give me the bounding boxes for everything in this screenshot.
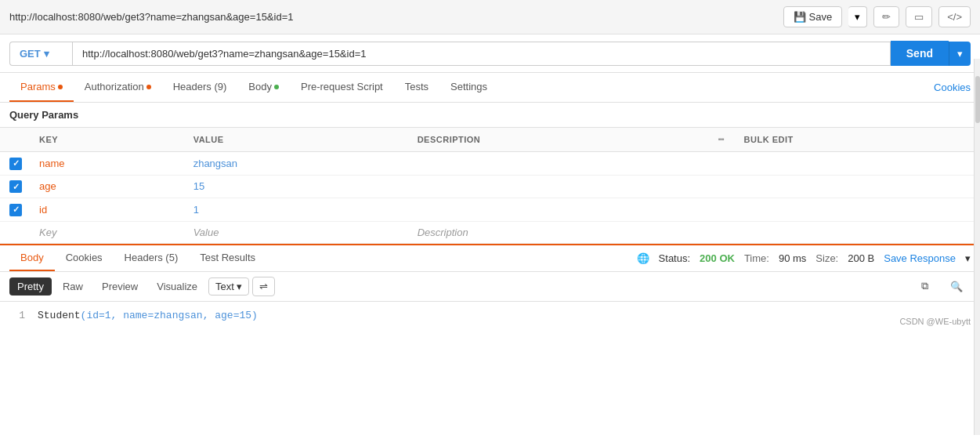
chevron-down-icon: ▾ xyxy=(855,11,860,23)
response-tabs: Body Cookies Headers (5) Test Results 🌐 … xyxy=(0,244,980,272)
search-button[interactable]: 🔍 xyxy=(942,277,971,296)
raw-button[interactable]: Raw xyxy=(55,277,91,296)
code-params-highlight: (id=1, name=zhangsan, age=15) xyxy=(81,310,258,321)
row-checkbox-0[interactable] xyxy=(0,152,31,176)
col-bulk-edit[interactable]: Bulk Edit xyxy=(736,128,980,152)
chat-icon: ▭ xyxy=(914,11,924,23)
tab-settings-label: Settings xyxy=(450,81,487,92)
row-value-2[interactable]: 1 xyxy=(186,198,410,222)
copy-icon: ⧉ xyxy=(921,280,928,292)
row-value-1[interactable]: 15 xyxy=(186,175,410,198)
code-area: 1 Student(id=1, name=zhangsan, age=15) xyxy=(0,302,980,329)
format-right-actions: ⧉ 🔍 xyxy=(913,277,971,296)
row-desc-1[interactable] xyxy=(410,175,705,198)
row-more-1[interactable] xyxy=(705,175,736,198)
wrap-icon: ⇌ xyxy=(259,281,268,292)
scrollbar[interactable] xyxy=(974,59,980,435)
checkbox-2[interactable] xyxy=(9,204,22,216)
size-label: Size: xyxy=(815,252,838,264)
tab-params-label: Params xyxy=(20,81,56,92)
row-bulkedit-1 xyxy=(736,175,980,198)
save-label: Save xyxy=(809,11,833,23)
empty-bulkedit xyxy=(736,221,980,243)
globe-icon: 🌐 xyxy=(637,252,649,264)
row-checkbox-2[interactable] xyxy=(0,198,31,222)
save-dropdown-button[interactable]: ▾ xyxy=(848,6,867,27)
row-key-0[interactable]: name xyxy=(31,152,186,176)
tab-auth-label: Authorization xyxy=(85,81,144,92)
row-key-1[interactable]: age xyxy=(31,175,186,198)
resp-tab-body[interactable]: Body xyxy=(9,245,55,271)
method-label: GET xyxy=(20,48,41,60)
col-checkbox xyxy=(0,128,31,152)
row-more-0[interactable] xyxy=(705,152,736,176)
tab-tests[interactable]: Tests xyxy=(394,73,439,102)
row-desc-0[interactable] xyxy=(410,152,705,176)
save-response-button[interactable]: Save Response xyxy=(884,252,956,264)
code-content: Student(id=1, name=zhangsan, age=15) xyxy=(38,310,258,321)
empty-checkbox xyxy=(0,221,31,243)
status-bar: 🌐 Status: 200 OK Time: 90 ms Size: 200 B… xyxy=(637,252,971,264)
url-input[interactable] xyxy=(72,42,891,66)
method-selector[interactable]: GET ▾ xyxy=(9,42,72,66)
format-bar: Pretty Raw Preview Visualize Text ▾ ⇌ ⧉ … xyxy=(0,272,980,302)
resp-tab-headers[interactable]: Headers (5) xyxy=(114,245,190,271)
text-format-label: Text xyxy=(215,281,234,292)
empty-more xyxy=(705,221,736,243)
edit-button[interactable]: ✏ xyxy=(873,6,899,27)
body-dot xyxy=(274,85,279,89)
wrap-button[interactable]: ⇌ xyxy=(252,277,275,296)
time-value: 90 ms xyxy=(779,252,806,264)
tab-settings[interactable]: Settings xyxy=(439,73,498,102)
checkbox-1[interactable] xyxy=(9,180,22,193)
preview-button[interactable]: Preview xyxy=(94,277,146,296)
tab-body[interactable]: Body xyxy=(237,73,290,102)
col-key: KEY xyxy=(31,128,186,152)
cookies-link[interactable]: Cookies xyxy=(934,82,971,93)
save-disk-icon: 💾 xyxy=(794,11,806,23)
pencil-icon: ✏ xyxy=(882,11,891,23)
tab-params[interactable]: Params xyxy=(9,73,74,102)
line-number: 1 xyxy=(9,310,25,321)
status-value: 200 OK xyxy=(700,252,735,264)
code-button[interactable]: </> xyxy=(938,6,971,27)
empty-value[interactable]: Value xyxy=(186,221,410,243)
send-button[interactable]: Send xyxy=(891,41,949,66)
table-row: name zhangsan xyxy=(0,152,980,176)
copy-button[interactable]: ⧉ xyxy=(913,277,936,296)
row-desc-2[interactable] xyxy=(410,198,705,222)
top-bar-url: http://localhost:8080/web/get3?name=zhan… xyxy=(9,11,293,23)
row-value-0[interactable]: zhangsan xyxy=(186,152,410,176)
resp-tab-test-results[interactable]: Test Results xyxy=(189,245,266,271)
search-icon: 🔍 xyxy=(950,281,963,292)
params-dot xyxy=(58,85,63,89)
col-value: VALUE xyxy=(186,128,410,152)
table-row: age 15 xyxy=(0,175,980,198)
scrollbar-thumb[interactable] xyxy=(975,76,980,123)
request-bar: GET ▾ Send ▾ xyxy=(0,34,980,73)
query-params-title: Query Params xyxy=(0,103,980,128)
chat-button[interactable]: ▭ xyxy=(906,6,932,27)
auth-dot xyxy=(146,85,151,89)
text-format-selector[interactable]: Text ▾ xyxy=(208,277,249,296)
empty-row: Key Value Description xyxy=(0,221,980,243)
more-options-icon[interactable]: ··· xyxy=(718,132,723,146)
row-key-2[interactable]: id xyxy=(31,198,186,222)
tab-prerequest[interactable]: Pre-request Script xyxy=(290,73,394,102)
tab-authorization[interactable]: Authorization xyxy=(74,73,162,102)
row-more-2[interactable] xyxy=(705,198,736,222)
send-dropdown-button[interactable]: ▾ xyxy=(949,42,971,66)
resp-tab-cookies[interactable]: Cookies xyxy=(55,245,114,271)
visualize-button[interactable]: Visualize xyxy=(149,277,205,296)
tab-headers[interactable]: Headers (9) xyxy=(162,73,238,102)
col-more: ··· xyxy=(705,128,736,152)
empty-key[interactable]: Key xyxy=(31,221,186,243)
save-button[interactable]: 💾 Save xyxy=(783,6,843,27)
save-response-chevron[interactable]: ▾ xyxy=(965,252,971,264)
row-checkbox-1[interactable] xyxy=(0,175,31,198)
tab-prerequest-label: Pre-request Script xyxy=(301,81,383,92)
col-description: DESCRIPTION xyxy=(410,128,705,152)
pretty-button[interactable]: Pretty xyxy=(9,277,52,296)
checkbox-0[interactable] xyxy=(9,158,22,170)
empty-desc[interactable]: Description xyxy=(410,221,705,243)
